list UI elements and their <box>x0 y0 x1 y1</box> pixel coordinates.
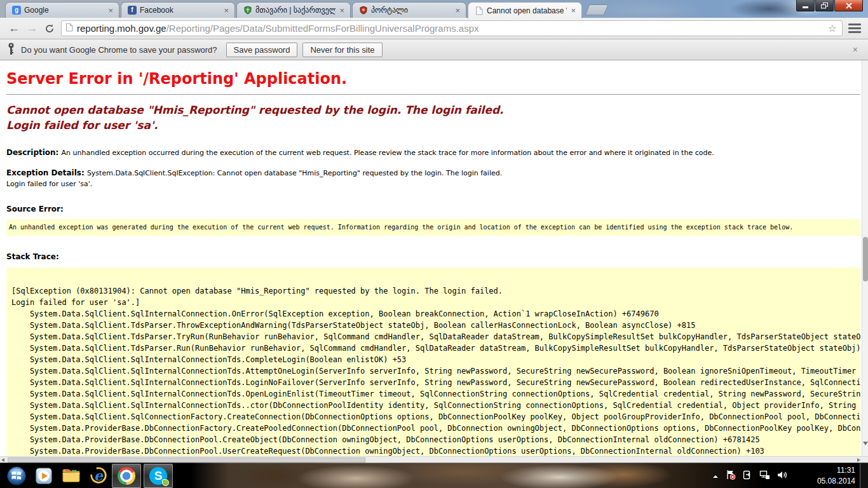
file-explorer-icon[interactable] <box>60 465 82 487</box>
tab-title: მთავარი | საქართველოს <box>255 6 336 15</box>
tab-error-page[interactable]: Cannot open database "H × <box>468 2 582 18</box>
scroll-down-arrow-icon[interactable] <box>863 442 868 445</box>
tab-title: Facebook <box>140 6 220 15</box>
taskbar: e S 11:31 0 <box>0 463 868 488</box>
clock-date: 05.08.2014 <box>797 476 855 487</box>
facebook-favicon: f <box>127 5 137 15</box>
shield-favicon <box>243 5 253 15</box>
description-text: An unhandled exception occurred during t… <box>62 149 714 157</box>
skype-icon: S <box>149 467 167 485</box>
clock-time: 11:31 <box>797 465 855 476</box>
network-tray-icon[interactable] <box>759 470 770 482</box>
skype-letter: S <box>154 469 163 482</box>
tab-title: Google <box>24 6 104 15</box>
exception-text-line2: Login failed for user 'sa'. <box>6 180 860 188</box>
exception-row: Exception Details: System.Data.SqlClient… <box>6 168 860 178</box>
tab-close-icon[interactable]: × <box>454 6 461 15</box>
program-update-tray-icon[interactable] <box>743 470 752 482</box>
back-button[interactable]: ← <box>5 20 23 37</box>
error-subtitle-line1: Cannot open database "Hmis_Reporting" re… <box>6 102 860 118</box>
close-button[interactable] <box>834 0 863 11</box>
start-button[interactable] <box>6 465 27 487</box>
minimize-button[interactable] <box>796 0 815 11</box>
ie-letter: e <box>94 467 104 483</box>
page-title: Server Error in '/Reporting' Application… <box>6 70 860 88</box>
stack-trace-box: [SqlException (0x80131904): Cannot open … <box>6 268 860 463</box>
error-page: Server Error in '/Reporting' Application… <box>0 60 868 463</box>
system-tray <box>712 463 788 488</box>
volume-tray-icon[interactable] <box>777 470 788 482</box>
chrome-icon <box>118 467 135 485</box>
reload-button[interactable] <box>41 20 58 37</box>
source-error-label: Source Error: <box>6 205 860 214</box>
chrome-menu-button[interactable] <box>846 21 863 36</box>
tab-title: Cannot open database "H <box>487 6 567 15</box>
show-desktop-button[interactable] <box>860 463 868 488</box>
desktop-screen: g Google × f Facebook × მთავარი | საქართ… <box>0 0 868 488</box>
page-favicon <box>474 6 484 16</box>
key-icon <box>8 43 15 57</box>
tab-close-icon[interactable]: × <box>222 6 230 15</box>
tab-portali[interactable]: პორტალი × <box>352 2 466 18</box>
facebook-favicon-letter: f <box>128 6 137 15</box>
bookmark-star-icon[interactable]: ☆ <box>827 22 838 34</box>
skype-taskbar-button[interactable]: S <box>144 464 173 488</box>
address-bar[interactable]: reporting.moh.gov.ge/Reporting/Pages/Dat… <box>61 20 843 36</box>
tab-close-icon[interactable]: × <box>338 6 346 15</box>
google-favicon-letter: g <box>12 6 21 15</box>
page-icon <box>65 23 73 34</box>
description-label: Description: <box>6 148 62 157</box>
tab-close-icon[interactable]: × <box>569 6 577 15</box>
never-for-site-button[interactable]: Never for this site <box>302 43 382 57</box>
stack-trace-label: Stack Trace: <box>6 252 860 261</box>
window-controls <box>796 0 863 11</box>
tab-facebook[interactable]: f Facebook × <box>121 2 235 18</box>
divider <box>6 94 860 95</box>
horizontal-scrollbar-thumb[interactable] <box>8 458 365 463</box>
tab-title: პორტალი <box>371 6 451 15</box>
skype-status-blob <box>162 479 169 486</box>
save-password-button[interactable]: Save password <box>226 43 298 57</box>
vertical-scrollbar[interactable] <box>862 60 868 456</box>
tab-google[interactable]: g Google × <box>5 2 119 18</box>
exception-text: System.Data.SqlClient.SqlException: Cann… <box>87 169 502 177</box>
infobar-message: Do you want Google Chrome to save your p… <box>21 45 217 55</box>
browser-titlebar: g Google × f Facebook × მთავარი | საქართ… <box>0 0 868 18</box>
chrome-taskbar-button[interactable] <box>112 464 141 488</box>
vertical-scrollbar-thumb[interactable] <box>863 237 868 281</box>
browser-toolbar: ← → reporting.moh.gov.ge/Reporting/Pages… <box>0 18 868 39</box>
description-row: Description: An unhandled exception occu… <box>6 148 860 158</box>
infobar-close-icon[interactable]: × <box>850 44 860 55</box>
horizontal-scrollbar[interactable] <box>0 456 868 463</box>
internet-explorer-icon[interactable]: e <box>88 465 109 487</box>
scroll-left-arrow-icon[interactable] <box>1 458 4 462</box>
action-center-flag-icon[interactable] <box>726 470 736 482</box>
url-host: reporting.moh.gov.ge <box>77 23 166 34</box>
restore-button[interactable] <box>815 0 834 11</box>
error-subtitle-line2: Login failed for user 'sa'. <box>6 118 860 133</box>
forward-button[interactable]: → <box>23 20 41 37</box>
url-path: /Reporting/Pages/Data/SubmittedFormsForB… <box>166 23 479 34</box>
source-error-box: An unhandled exception was generated dur… <box>6 219 860 236</box>
new-tab-button[interactable] <box>585 4 609 15</box>
taskbar-clock[interactable]: 11:31 05.08.2014 <box>797 465 855 487</box>
emblem-favicon <box>358 5 369 15</box>
url-text[interactable]: reporting.moh.gov.ge/Reporting/Pages/Dat… <box>77 23 827 34</box>
exception-label: Exception Details: <box>6 168 87 177</box>
tab-mtavari[interactable]: მთავარი | საქართველოს × <box>236 2 351 18</box>
media-player-icon[interactable] <box>33 465 55 487</box>
show-hidden-icons-arrow[interactable] <box>712 470 719 482</box>
google-favicon: g <box>11 5 22 15</box>
tab-close-icon[interactable]: × <box>107 6 114 15</box>
scroll-right-arrow-icon[interactable] <box>857 458 860 462</box>
save-password-infobar: Do you want Google Chrome to save your p… <box>0 39 868 60</box>
